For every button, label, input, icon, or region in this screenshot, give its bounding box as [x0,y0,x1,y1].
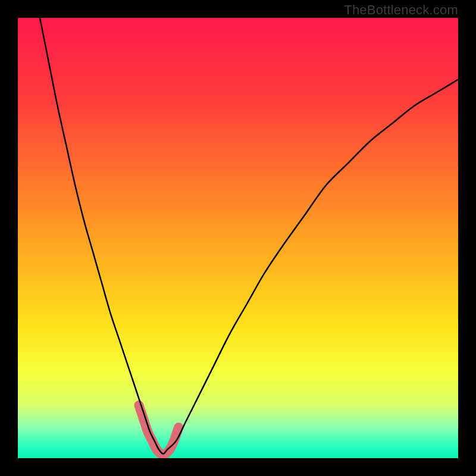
bottleneck-curve [40,18,458,454]
chart-frame: TheBottleneck.com [0,0,476,476]
min-highlight [139,405,179,454]
plot-area [18,18,458,458]
watermark-text: TheBottleneck.com [344,2,458,18]
curve-layer [18,18,458,458]
